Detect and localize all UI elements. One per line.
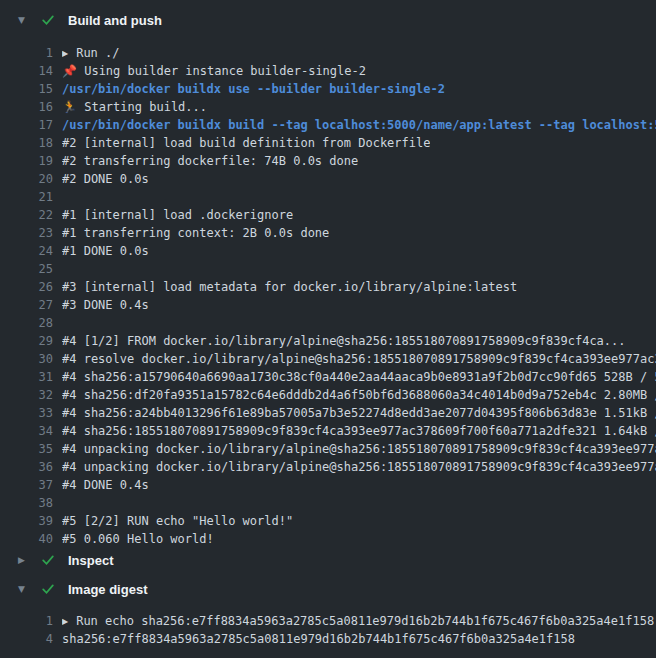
log-text: #2 DONE 0.0s [62,170,149,188]
log-text: #4 DONE 0.4s [62,476,149,494]
section-header-image-digest[interactable]: ▼Image digest [0,577,656,601]
log-section-image-digest: ▼Image digest1▶Run echo sha256:e7ff8834a… [0,577,656,648]
line-number[interactable]: 33 [0,404,53,422]
line-number[interactable]: 14 [0,62,53,80]
line-number[interactable]: 30 [0,350,53,368]
log-text: #2 [internal] load build definition from… [62,134,430,152]
log-text: 🏃 Starting build... [62,98,207,116]
log-text: ▶Run ./ [62,44,120,62]
log-line: 17/usr/bin/docker buildx build --tag loc… [0,116,656,134]
log-line: 35#4 unpacking docker.io/library/alpine@… [0,440,656,458]
line-number[interactable]: 35 [0,440,53,458]
log-section-inspect: ▶Inspect [0,548,656,572]
log-line: 31#4 sha256:a15790640a6690aa1730c38cf0a4… [0,368,656,386]
section-title: Image digest [68,582,147,597]
section-title: Build and push [68,13,162,28]
line-number[interactable]: 1 [0,612,53,630]
log-text: #4 resolve docker.io/library/alpine@sha2… [62,350,656,368]
line-number[interactable]: 40 [0,530,53,548]
log-line: 14📌 Using builder instance builder-singl… [0,62,656,80]
log-text: ▶Run echo sha256:e7ff8834a5963a2785c5a08… [62,612,654,630]
line-number[interactable]: 21 [0,188,53,206]
log-text: #3 DONE 0.4s [62,296,149,314]
section-header-inspect[interactable]: ▶Inspect [0,548,656,572]
line-number[interactable]: 32 [0,386,53,404]
section-log-build-and-push: 1▶Run ./14📌 Using builder instance build… [0,32,656,548]
line-number[interactable]: 28 [0,314,53,332]
log-text: #5 0.060 Hello world! [62,530,214,548]
line-number[interactable]: 20 [0,170,53,188]
log-line: 19#2 transferring dockerfile: 74B 0.0s d… [0,152,656,170]
section-header-build-and-push[interactable]: ▼Build and push [0,8,656,32]
line-number[interactable]: 22 [0,206,53,224]
line-number[interactable]: 15 [0,80,53,98]
actions-log-viewer: ▼Build and push1▶Run ./14📌 Using builder… [0,0,656,658]
line-number[interactable]: 37 [0,476,53,494]
line-number[interactable]: 1 [0,44,53,62]
line-number[interactable]: 39 [0,512,53,530]
log-line: 29#4 [1/2] FROM docker.io/library/alpine… [0,332,656,350]
log-text: #4 unpacking docker.io/library/alpine@sh… [62,458,656,476]
log-section-build-and-push: ▼Build and push1▶Run ./14📌 Using builder… [0,8,656,548]
log-line: 30#4 resolve docker.io/library/alpine@sh… [0,350,656,368]
log-line: 23#1 transferring context: 2B 0.0s done [0,224,656,242]
run-command-text: Run ./ [76,46,119,60]
section-log-image-digest: 1▶Run echo sha256:e7ff8834a5963a2785c5a0… [0,601,656,648]
log-line: 15/usr/bin/docker buildx use --builder b… [0,80,656,98]
log-text: #4 [1/2] FROM docker.io/library/alpine@s… [62,332,626,350]
chevron-down-icon[interactable]: ▼ [18,8,30,32]
log-text: #1 DONE 0.0s [62,242,149,260]
line-number[interactable]: 23 [0,224,53,242]
run-command-text: Run echo sha256:e7ff8834a5963a2785c5a081… [76,614,654,628]
line-number[interactable]: 34 [0,422,53,440]
log-line: 32#4 sha256:df20fa9351a15782c64e6dddb2d4… [0,386,656,404]
log-text: 📌 Using builder instance builder-single-… [62,62,366,80]
log-line: 27#3 DONE 0.4s [0,296,656,314]
log-line: 40#5 0.060 Hello world! [0,530,656,548]
log-text: #1 transferring context: 2B 0.0s done [62,224,329,242]
log-text: #4 sha256:a24bb4013296f61e89ba57005a7b3e… [62,404,656,422]
line-number[interactable]: 4 [0,630,53,648]
log-line: 37#4 DONE 0.4s [0,476,656,494]
line-number[interactable]: 29 [0,332,53,350]
log-line: 26#3 [internal] load metadata for docker… [0,278,656,296]
log-line: 39#5 [2/2] RUN echo "Hello world!" [0,512,656,530]
log-line: 18#2 [internal] load build definition fr… [0,134,656,152]
section-title: Inspect [68,553,114,568]
log-text: /usr/bin/docker buildx build --tag local… [62,116,656,134]
log-line: 24#1 DONE 0.0s [0,242,656,260]
log-line: 1▶Run ./ [0,44,656,62]
log-text: /usr/bin/docker buildx use --builder bui… [62,80,445,98]
log-text: #4 sha256:185518070891758909c9f839cf4ca3… [62,422,656,440]
line-number[interactable]: 19 [0,152,53,170]
success-check-icon [41,553,55,567]
log-line: 1▶Run echo sha256:e7ff8834a5963a2785c5a0… [0,612,656,630]
log-line: 4sha256:e7ff8834a5963a2785c5a0811e979d16… [0,630,656,648]
line-number[interactable]: 17 [0,116,53,134]
success-check-icon [41,13,55,27]
chevron-down-icon[interactable]: ▼ [18,577,30,601]
chevron-right-icon[interactable]: ▶ [18,548,30,572]
line-number[interactable]: 27 [0,296,53,314]
log-line: 33#4 sha256:a24bb4013296f61e89ba57005a7b… [0,404,656,422]
line-number[interactable]: 31 [0,368,53,386]
line-number[interactable]: 16 [0,98,53,116]
line-number[interactable]: 36 [0,458,53,476]
log-text: #3 [internal] load metadata for docker.i… [62,278,517,296]
log-text: sha256:e7ff8834a5963a2785c5a0811e979d16b… [62,630,575,648]
log-line: 16🏃 Starting build... [0,98,656,116]
log-text: #4 unpacking docker.io/library/alpine@sh… [62,440,656,458]
log-line: 38 [0,494,656,512]
run-group-caret-icon[interactable]: ▶ [62,45,68,62]
log-line: 22#1 [internal] load .dockerignore [0,206,656,224]
line-number[interactable]: 25 [0,260,53,278]
log-line: 34#4 sha256:185518070891758909c9f839cf4c… [0,422,656,440]
run-group-caret-icon[interactable]: ▶ [62,613,68,630]
line-number[interactable]: 24 [0,242,53,260]
line-number[interactable]: 18 [0,134,53,152]
line-number[interactable]: 26 [0,278,53,296]
log-line: 28 [0,314,656,332]
log-line: 21 [0,188,656,206]
log-line: 25 [0,260,656,278]
line-number[interactable]: 38 [0,494,53,512]
